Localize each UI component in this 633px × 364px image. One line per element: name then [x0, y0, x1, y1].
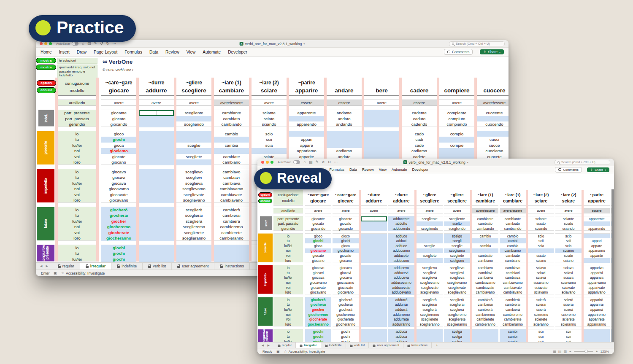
maximize-icon[interactable] [49, 42, 52, 45]
verb-cell[interactable]: sceglieremo [417, 312, 443, 317]
ribbon-tab-data[interactable]: Data [149, 50, 158, 54]
verb-cell[interactable]: avere [555, 208, 582, 213]
verb-cell[interactable] [139, 143, 174, 148]
verb-cell[interactable]: cambiante [472, 216, 498, 221]
titlebar-icons[interactable]: ⌂▤✎↺↻⋯ [82, 42, 116, 46]
verb-cell[interactable]: sciavo [555, 265, 582, 270]
verb-cell[interactable]: cambiavo [472, 265, 498, 270]
verb-cell[interactable]: scii [528, 329, 554, 334]
verb-cell[interactable]: avere [439, 100, 474, 105]
verb-cell[interactable] [289, 116, 324, 122]
verb-cell[interactable]: giocante [333, 216, 359, 221]
verb-cell[interactable] [214, 245, 249, 251]
verb-cell[interactable]: adduco [388, 234, 414, 239]
verb-cell[interactable]: giocando [101, 121, 136, 127]
verb-cell[interactable]: apparivo [584, 265, 610, 270]
verb-cell[interactable] [252, 148, 287, 154]
verb-cell[interactable]: cuoce [477, 143, 509, 148]
verb-cell[interactable]: cadendo [402, 121, 437, 127]
verb-cell[interactable]: cambiano [214, 159, 249, 165]
verb-cell[interactable]: cambia [472, 243, 498, 248]
verb-cell[interactable]: essere [584, 208, 610, 213]
annulla-button[interactable]: annulla [37, 87, 56, 93]
undo-icon[interactable]: ↺ [100, 42, 103, 46]
verb-cell[interactable]: andato [327, 116, 362, 122]
verb-cell[interactable] [361, 302, 387, 307]
verb-cell[interactable]: cambiavi [214, 175, 249, 181]
verb-cell[interactable]: cuociamo [477, 148, 509, 154]
verb-cell[interactable]: apparente [584, 216, 610, 221]
verb-cell[interactable]: cambi [500, 334, 526, 339]
verb-cell[interactable]: cambierai [214, 213, 249, 218]
verb-cell[interactable] [361, 238, 387, 243]
verb-cell[interactable] [214, 256, 249, 262]
verb-cell[interactable]: cambiato [472, 221, 498, 226]
verb-cell[interactable] [361, 221, 387, 226]
verb-cell[interactable]: cambia [214, 143, 249, 148]
scrollbar[interactable] [611, 189, 614, 342]
verb-cell[interactable]: giocano [101, 159, 136, 165]
verb-cell[interactable]: sciamo [555, 248, 582, 253]
verb-cell[interactable]: giocavano [333, 290, 359, 295]
verb-cell[interactable]: giocante [305, 216, 331, 221]
verb-cell[interactable] [139, 154, 174, 160]
verb-cell[interactable]: sceglieva [176, 181, 211, 186]
verb-cell[interactable]: essere [327, 100, 362, 105]
verb-cell[interactable]: adduciamo [388, 248, 414, 253]
verb-cell[interactable]: apparivi [584, 270, 610, 275]
verb-cell[interactable] [417, 221, 443, 226]
verb-cell[interactable]: essere [402, 100, 437, 105]
verb-cell[interactable]: cambiate [214, 154, 249, 160]
verb-cell[interactable]: cambiavano [500, 290, 526, 295]
verb-cell[interactable]: sceglieranno [444, 322, 470, 327]
verb-cell[interactable] [139, 218, 174, 224]
verb-cell[interactable]: adduci [388, 238, 414, 243]
verb-cell[interactable]: sceglievi [417, 270, 443, 275]
verb-cell[interactable]: avere [444, 208, 470, 213]
verb-cell[interactable]: sciato [528, 221, 554, 226]
verb-cell[interactable]: compiente [439, 110, 474, 116]
verb-cell[interactable]: giocherai [305, 302, 331, 307]
verb-cell[interactable]: giocherate [101, 230, 136, 236]
titlebar-icons[interactable]: ⌂▤✎↺↻⋯ [304, 160, 338, 164]
verb-cell[interactable]: cambiavate [500, 285, 526, 290]
verb-cell[interactable]: avere/essere [472, 208, 498, 213]
verb-cell[interactable]: scieranno [555, 322, 582, 327]
verb-cell[interactable]: giochi [305, 339, 331, 342]
verb-cell[interactable]: cambierò [472, 297, 498, 302]
verb-cell[interactable]: scii [528, 339, 554, 342]
verb-cell[interactable]: avere [417, 208, 443, 213]
ribbon-tab-home[interactable]: Home [41, 50, 52, 54]
verb-cell[interactable] [439, 137, 474, 143]
edit-icon[interactable]: ✎ [94, 42, 97, 46]
verb-cell[interactable]: scegliente [417, 216, 443, 221]
verb-cell[interactable]: addotto [388, 221, 414, 226]
verb-cell[interactable] [361, 275, 387, 280]
verb-cell[interactable] [361, 243, 387, 248]
sheet-tab-verb-list[interactable]: verb list [143, 263, 172, 270]
verb-cell[interactable]: sciate [555, 253, 582, 258]
verb-cell[interactable]: sceglierai [176, 213, 211, 218]
verb-cell[interactable] [364, 143, 399, 148]
verb-cell[interactable]: sceglierà [176, 218, 211, 224]
verb-cell[interactable]: scegli [444, 238, 470, 243]
verb-cell[interactable] [364, 148, 399, 154]
verb-cell[interactable] [139, 207, 174, 213]
verb-cell[interactable]: giocherà [333, 307, 359, 312]
verb-cell[interactable]: sciavi [528, 270, 554, 275]
verb-cell[interactable]: giochi [305, 334, 331, 339]
verb-cell[interactable]: cadi [402, 137, 437, 143]
sheet-tab-instructions[interactable]: instructions [214, 263, 250, 270]
verb-cell[interactable] [584, 258, 610, 263]
verb-cell[interactable]: giocavi [305, 270, 331, 275]
verb-cell[interactable]: giocavate [333, 285, 359, 290]
verb-cell[interactable]: giocherate [305, 317, 331, 322]
opzioni-button[interactable]: opzioni [258, 192, 272, 197]
verb-cell[interactable] [214, 251, 249, 256]
verb-cell[interactable]: appariremo [584, 312, 610, 317]
verb-cell[interactable] [417, 339, 443, 342]
autosave-toggle[interactable] [293, 160, 300, 164]
verb-cell[interactable] [327, 143, 362, 148]
verb-cell[interactable]: cambiano [500, 258, 526, 263]
ribbon-tab-draw[interactable]: Draw [77, 50, 87, 54]
